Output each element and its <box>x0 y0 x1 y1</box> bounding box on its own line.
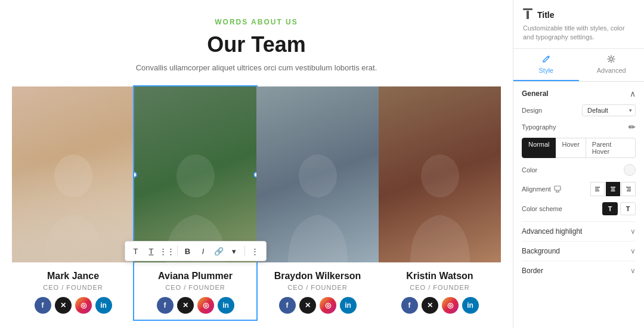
panel-title-text: Title <box>537 10 555 20</box>
state-tab-parent-hover[interactable]: Parent Hover <box>586 138 636 158</box>
tab-advanced-label: Advanced <box>597 67 626 74</box>
background-row[interactable]: Background ∨ <box>522 241 636 261</box>
social-fb-mark[interactable]: f <box>35 297 51 314</box>
social-icons-aviana: f ✕ ◎ in <box>140 297 250 314</box>
social-x-mark[interactable]: ✕ <box>55 297 72 314</box>
pencil-icon <box>542 55 550 63</box>
person-silhouette-braydon <box>282 143 354 262</box>
toolbar-underline-btn[interactable]: T <box>144 244 159 258</box>
social-fb-braydon[interactable]: f <box>279 297 296 314</box>
social-ig-aviana[interactable]: ◎ <box>197 297 214 314</box>
section-label: WORDS ABOUT US <box>215 18 298 26</box>
typography-edit-icon[interactable]: ✏ <box>628 122 636 132</box>
align-center-icon <box>610 186 616 192</box>
social-icons-kristin: f ✕ ◎ in <box>385 297 495 314</box>
resize-handle-left[interactable] <box>134 172 137 178</box>
alignment-label-group: Alignment <box>522 185 561 193</box>
member-name-kristin: Kristin Watson <box>385 271 495 281</box>
section-desc: Convallis ullamcorper aliquet ultrices o… <box>136 63 377 72</box>
social-fb-aviana[interactable]: f <box>157 297 174 314</box>
design-row: Design Default ▾ <box>522 104 636 116</box>
toolbar-overflow-btn[interactable]: ⋮ <box>248 244 262 258</box>
state-tab-normal[interactable]: Normal <box>522 138 556 158</box>
state-tab-hover[interactable]: Hover <box>556 138 586 158</box>
toolbar-more-btn[interactable]: ▾ <box>227 244 242 258</box>
team-card-kristin[interactable]: Kristin Watson CEO / FOUNDER f ✕ ◎ in <box>379 86 501 320</box>
team-photo-kristin <box>379 86 501 262</box>
tab-style[interactable]: Style <box>513 49 579 81</box>
social-ig-kristin[interactable]: ◎ <box>442 297 459 314</box>
team-photo-aviana <box>134 86 256 262</box>
advanced-highlight-chevron: ∨ <box>630 227 636 236</box>
toolbar-divider-1 <box>177 246 178 256</box>
color-scheme-dark-btn[interactable]: T <box>602 202 618 215</box>
team-info-aviana: Aviana Plummer CEO / FOUNDER f ✕ ◎ in <box>134 262 256 320</box>
team-info-kristin: Kristin Watson CEO / FOUNDER f ✕ ◎ in <box>379 262 501 320</box>
social-li-braydon[interactable]: in <box>340 297 357 314</box>
social-li-kristin[interactable]: in <box>462 297 479 314</box>
social-x-kristin[interactable]: ✕ <box>422 297 438 314</box>
member-role-braydon: CEO / FOUNDER <box>262 284 373 291</box>
border-row[interactable]: Border ∨ <box>522 261 636 280</box>
inline-toolbar: T T ⋮⋮ B I 🔗 ▾ ⋮ <box>125 241 267 261</box>
typography-label: Typography <box>522 123 556 131</box>
color-label: Color <box>522 166 537 174</box>
general-label: General <box>522 89 549 98</box>
title-icon <box>523 8 532 21</box>
team-info-braydon: Braydon Wilkerson CEO / FOUNDER f ✕ ◎ in <box>256 262 379 320</box>
team-card-braydon[interactable]: Braydon Wilkerson CEO / FOUNDER f ✕ ◎ in <box>256 86 379 320</box>
toolbar-link-btn[interactable]: 🔗 <box>212 244 226 258</box>
toolbar-bold-btn[interactable]: B <box>181 244 195 258</box>
social-ig-mark[interactable]: ◎ <box>75 297 92 314</box>
align-left-icon <box>595 186 600 192</box>
panel-header: Title Customizable title with styles, co… <box>513 0 644 49</box>
design-select-wrapper: Default ▾ <box>582 104 636 116</box>
color-scheme-light-btn[interactable]: T <box>620 202 636 215</box>
align-center-btn[interactable] <box>606 182 620 196</box>
general-collapse-icon[interactable]: ∧ <box>630 89 636 98</box>
member-name-mark: Mark Jance <box>18 271 128 281</box>
panel-tabs: Style Advanced <box>513 49 644 82</box>
canvas-area: WORDS ABOUT US Our Team Convallis ullamc… <box>0 0 513 328</box>
svg-rect-7 <box>555 186 561 190</box>
tab-style-label: Style <box>539 67 553 74</box>
panel-content: General ∧ Design Default ▾ Typography ✏ … <box>513 82 644 328</box>
tab-advanced[interactable]: Advanced <box>579 49 645 81</box>
team-photo-mark <box>12 86 134 262</box>
social-x-braydon[interactable]: ✕ <box>299 297 316 314</box>
social-fb-kristin[interactable]: f <box>401 297 418 314</box>
social-li-aviana[interactable]: in <box>218 297 234 314</box>
design-select[interactable]: Default <box>582 104 636 116</box>
team-grid: Mark Jance CEO / FOUNDER f ✕ ◎ in <box>12 86 501 320</box>
border-label: Border <box>522 267 543 275</box>
team-card-mark[interactable]: Mark Jance CEO / FOUNDER f ✕ ◎ in <box>12 86 134 320</box>
advanced-highlight-row[interactable]: Advanced highlight ∨ <box>522 221 636 241</box>
color-picker[interactable] <box>624 164 636 176</box>
border-chevron: ∨ <box>630 267 636 275</box>
social-li-mark[interactable]: in <box>95 297 112 314</box>
social-icons-braydon: f ✕ ◎ in <box>262 297 373 314</box>
member-role-kristin: CEO / FOUNDER <box>385 284 495 291</box>
text-icon <box>523 8 532 19</box>
background-label: Background <box>522 247 560 255</box>
align-left-btn[interactable] <box>590 182 605 196</box>
team-card-aviana[interactable]: T T ⋮⋮ B I 🔗 ▾ ⋮ Aviana Plummer CEO / FO… <box>134 86 256 320</box>
typography-row: Typography ✏ <box>522 122 636 132</box>
svg-point-3 <box>421 154 459 197</box>
member-role-aviana: CEO / FOUNDER <box>140 284 250 291</box>
toolbar-divider-2 <box>244 246 245 256</box>
align-buttons <box>590 182 636 196</box>
social-ig-braydon[interactable]: ◎ <box>320 297 336 314</box>
align-right-btn[interactable] <box>621 182 636 196</box>
team-photo-braydon <box>256 86 379 262</box>
toolbar-italic-btn[interactable]: I <box>196 244 210 258</box>
advanced-tab-icon <box>607 55 615 65</box>
toolbar-list-btn[interactable]: ⋮⋮ <box>160 244 174 258</box>
panel-subtitle: Customizable title with styles, color an… <box>523 24 634 42</box>
social-x-aviana[interactable]: ✕ <box>177 297 194 314</box>
design-label: Design <box>522 107 542 114</box>
color-scheme-label: Color scheme <box>522 205 562 212</box>
toolbar-text-btn[interactable]: T <box>129 244 143 258</box>
svg-point-1 <box>177 154 215 197</box>
social-icons-mark: f ✕ ◎ in <box>18 297 128 314</box>
